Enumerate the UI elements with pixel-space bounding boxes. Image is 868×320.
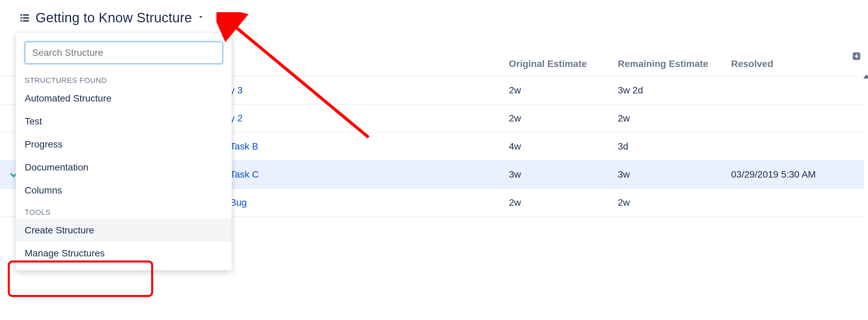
dropdown-section-label: TOOLS xyxy=(16,202,232,219)
svg-rect-0 xyxy=(21,14,22,16)
cell-remaining: 2w xyxy=(618,197,630,208)
create-structure-item[interactable]: Create Structure xyxy=(16,219,232,242)
add-column-button[interactable] xyxy=(851,51,862,62)
svg-rect-2 xyxy=(21,17,22,19)
cell-remaining: 3d xyxy=(618,141,628,152)
search-input[interactable] xyxy=(25,42,223,64)
structure-switcher-dropdown: STRUCTURES FOUND Automated Structure Tes… xyxy=(16,32,232,271)
dropdown-item[interactable]: Progress xyxy=(16,133,232,156)
cell-original: 2w xyxy=(509,113,521,124)
chevron-down-icon xyxy=(197,13,205,23)
svg-rect-5 xyxy=(23,20,29,22)
svg-rect-1 xyxy=(23,14,29,16)
cell-remaining: 2w xyxy=(618,113,630,124)
structure-title-dropdown[interactable]: Getting to Know Structure xyxy=(19,10,205,25)
dropdown-item[interactable]: Columns xyxy=(16,179,232,202)
scrollbar-up-icon[interactable] xyxy=(865,74,868,88)
dropdown-item[interactable]: Documentation xyxy=(16,156,232,179)
page-title: Getting to Know Structure xyxy=(36,10,192,25)
cell-original: 2w xyxy=(509,85,521,96)
dropdown-item[interactable]: Automated Structure xyxy=(16,87,232,110)
manage-structures-item[interactable]: Manage Structures xyxy=(16,242,232,265)
cell-resolved: 03/29/2019 5:30 AM xyxy=(731,169,816,180)
svg-rect-8 xyxy=(854,56,859,57)
issue-link[interactable]: Task B xyxy=(230,141,258,152)
annotation-highlight-box xyxy=(8,260,153,297)
cell-original: 3w xyxy=(509,169,521,180)
issue-link[interactable]: Bug xyxy=(230,197,247,208)
svg-rect-3 xyxy=(23,17,29,19)
issue-link[interactable]: Task C xyxy=(230,169,259,180)
cell-original: 2w xyxy=(509,197,521,208)
cell-remaining: 3w xyxy=(618,169,630,180)
dropdown-item[interactable]: Test xyxy=(16,110,232,133)
cell-original: 4w xyxy=(509,141,521,152)
column-header-original-estimate[interactable]: Original Estimate xyxy=(509,59,587,69)
svg-rect-4 xyxy=(21,20,22,22)
column-header-resolved[interactable]: Resolved xyxy=(731,59,773,69)
column-header-remaining-estimate[interactable]: Remaining Estimate xyxy=(618,59,708,69)
cell-remaining: 3w 2d xyxy=(618,85,643,96)
structure-icon xyxy=(19,13,31,23)
dropdown-section-label: STRUCTURES FOUND xyxy=(16,70,232,87)
